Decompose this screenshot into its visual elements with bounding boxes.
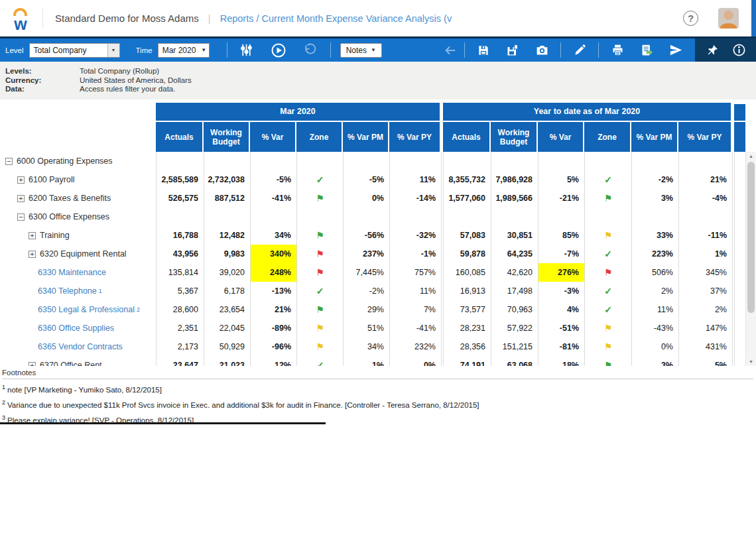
- row-stub: [734, 356, 745, 366]
- account-link[interactable]: 6360 Office Supplies: [38, 324, 114, 333]
- value-cell: 37%: [678, 282, 732, 300]
- row-label[interactable]: 6365 Vendor Contracts: [0, 337, 156, 356]
- value-cell: 248%: [250, 263, 296, 282]
- expand-toggle[interactable]: +: [29, 362, 36, 367]
- value-cell: [443, 152, 491, 170]
- collapse-toggle[interactable]: −: [5, 158, 13, 165]
- row-stub: [734, 319, 745, 337]
- flag-green-icon: ⚑: [604, 361, 613, 366]
- row-stub: [734, 152, 745, 170]
- footnote-text: note [VP Marketing - Yumiko Sato, 8/12/2…: [7, 386, 162, 394]
- row-label: −6300 Office Expenses: [0, 208, 156, 226]
- column-header: Working Budget: [491, 121, 538, 152]
- play-icon[interactable]: [269, 40, 288, 60]
- info-icon[interactable]: [729, 40, 749, 60]
- zone-cell: ⚑: [296, 226, 343, 245]
- value-cell: 12,482: [204, 226, 250, 245]
- workday-logo-icon[interactable]: w: [9, 7, 32, 30]
- value-cell: 74,191: [443, 356, 491, 366]
- account-name: 6100 Payroll: [29, 175, 75, 184]
- check-icon: ✓: [604, 286, 612, 296]
- row-stub: [734, 208, 745, 226]
- row-stub: [734, 263, 745, 282]
- value-cell: 50,929: [204, 337, 250, 356]
- row-stub: [734, 337, 745, 356]
- undo-icon[interactable]: [300, 40, 320, 60]
- collapse-toggle[interactable]: −: [17, 213, 25, 221]
- value-cell: -32%: [389, 226, 441, 245]
- value-cell: -11%: [678, 226, 732, 245]
- level-select[interactable]: Total Company ▼: [29, 43, 120, 58]
- table-corner: [0, 121, 156, 152]
- value-cell: 0%: [631, 337, 678, 356]
- avatar[interactable]: [718, 8, 739, 29]
- account-link[interactable]: 6365 Vendor Contracts: [38, 342, 123, 351]
- expand-toggle[interactable]: +: [17, 195, 25, 202]
- value-cell: 57,083: [443, 226, 491, 245]
- back-icon[interactable]: [440, 40, 460, 60]
- breadcrumb-separator: |: [208, 13, 211, 24]
- report-info-strip: Levels:Total Company (Rollup)Currency:Un…: [0, 62, 756, 99]
- value-cell: 42,620: [491, 263, 538, 282]
- expand-toggle[interactable]: +: [29, 232, 36, 239]
- help-icon[interactable]: ?: [683, 11, 698, 26]
- value-cell: 6,178: [204, 282, 250, 300]
- time-select[interactable]: Mar 2020 ▼: [158, 43, 210, 58]
- header-actions: ?: [683, 8, 756, 29]
- vertical-scrollbar[interactable]: ▲ ▼: [745, 152, 756, 366]
- row-label[interactable]: 6340 Telephone1: [0, 282, 156, 300]
- account-link[interactable]: 6350 Legal & Professional: [38, 305, 135, 314]
- logo-letter: w: [9, 16, 32, 32]
- save-icon[interactable]: [473, 40, 493, 60]
- save-as-icon[interactable]: [503, 40, 523, 60]
- snapshot-camera-icon[interactable]: [532, 40, 552, 60]
- account-link[interactable]: 6340 Telephone: [38, 286, 97, 296]
- footnote-text: Variance due to unexpected $11k Prof Svc…: [7, 401, 479, 409]
- column-header: Actuals: [443, 121, 491, 152]
- avatar-body: [720, 23, 737, 29]
- scroll-up-icon[interactable]: ▲: [746, 152, 756, 160]
- value-cell: 8,355,732: [443, 170, 491, 189]
- row-stub: [734, 282, 745, 300]
- account-link[interactable]: 6330 Maintenance: [38, 268, 106, 277]
- scrollbar-thumb[interactable]: [747, 162, 755, 313]
- table-row: 6330 Maintenance135,81439,020248%⚑7,445%…: [0, 263, 756, 282]
- variance-report-table: Mar 2020Year to date as of Mar 2020Actua…: [0, 103, 756, 366]
- annotate-pen-icon[interactable]: [570, 40, 590, 60]
- zone-cell: ✓: [296, 282, 343, 300]
- row-label[interactable]: 6330 Maintenance: [0, 263, 156, 282]
- value-cell: 3%: [631, 356, 678, 366]
- value-cell: [204, 152, 250, 170]
- account-name: 6370 Office Rent: [40, 361, 102, 366]
- send-icon[interactable]: [666, 40, 686, 60]
- value-cell: 30,851: [491, 226, 538, 245]
- zone-cell: ⚑: [584, 319, 631, 337]
- expand-toggle[interactable]: +: [17, 176, 25, 184]
- row-label: +6320 Equipment Rental: [0, 245, 156, 263]
- row-stub: [734, 300, 745, 319]
- value-cell: 7%: [389, 300, 441, 319]
- value-cell: 345%: [678, 263, 732, 282]
- value-cell: 1%: [678, 245, 732, 263]
- column-header: % Var: [250, 121, 296, 152]
- row-label[interactable]: 6360 Office Supplies: [0, 319, 156, 337]
- info-row: Levels:Total Company (Rollup): [5, 67, 756, 76]
- filter-sliders-icon[interactable]: [237, 40, 257, 60]
- zone-cell: ✓: [296, 170, 343, 189]
- value-cell: [538, 208, 584, 226]
- report-toolbar: Level Total Company ▼ Time Mar 2020 ▼: [0, 36, 756, 62]
- export-excel-icon[interactable]: [637, 40, 657, 60]
- value-cell: [343, 208, 389, 226]
- scroll-down-icon[interactable]: ▼: [746, 357, 756, 366]
- notes-dropdown[interactable]: Notes ▼: [340, 43, 382, 58]
- pin-icon[interactable]: [702, 40, 722, 60]
- value-cell: 11%: [631, 300, 678, 319]
- table-row: +Training16,78812,48234%⚑-56%-32%57,0833…: [0, 226, 756, 245]
- value-cell: 2,585,589: [156, 170, 204, 189]
- expand-toggle[interactable]: +: [29, 251, 36, 258]
- print-icon[interactable]: [607, 40, 627, 60]
- flag-red-icon: ⚑: [316, 268, 324, 277]
- row-label[interactable]: 6350 Legal & Professional2: [0, 300, 156, 319]
- row-label: +Training: [0, 226, 156, 245]
- breadcrumb[interactable]: Reports / Current Month Expense Variance…: [220, 13, 452, 24]
